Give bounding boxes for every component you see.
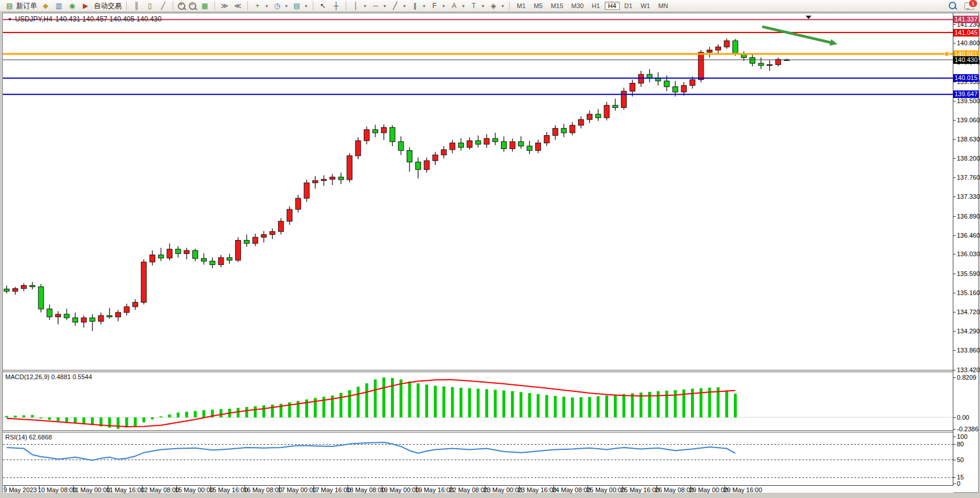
auto-scroll-button[interactable]: ≫ bbox=[218, 1, 231, 11]
rsi-panel[interactable] bbox=[3, 432, 953, 485]
chat-icon[interactable]: 1 bbox=[964, 2, 974, 10]
candle-down bbox=[47, 309, 52, 317]
fibonacci-button[interactable]: F▼ bbox=[428, 1, 448, 11]
time-tick-label: 16 May 08:00 bbox=[243, 486, 282, 493]
templates-button[interactable]: ▤▼ bbox=[290, 1, 310, 11]
price-axis[interactable]: 141.230140.800140.370139.930139.500139.0… bbox=[953, 13, 978, 492]
bar-chart-button[interactable]: ║ bbox=[130, 1, 143, 11]
candle-up bbox=[604, 106, 609, 118]
timeframe-button-m30[interactable]: M30 bbox=[568, 2, 587, 10]
macd-tick-label: 0.00 bbox=[957, 414, 969, 421]
text-label-button[interactable]: T▼ bbox=[467, 1, 487, 11]
line-chart-icon: ╱ bbox=[158, 1, 168, 10]
time-axis[interactable]: 9 May 202310 May 08:0011 May 00:0011 May… bbox=[3, 485, 953, 493]
candle-down bbox=[398, 141, 404, 150]
candle-down bbox=[750, 57, 755, 63]
macd-histogram-bar bbox=[614, 395, 617, 417]
macd-histogram-bar bbox=[665, 391, 668, 417]
main-price-chart[interactable] bbox=[3, 13, 953, 370]
text-label-icon: T bbox=[469, 1, 478, 10]
timeframe-button-w1[interactable]: W1 bbox=[637, 2, 654, 10]
macd-histogram-bar bbox=[443, 387, 445, 417]
periods-button[interactable]: ◷▼ bbox=[270, 1, 290, 11]
macd-histogram-bar bbox=[623, 394, 626, 417]
price-tick-mark bbox=[953, 24, 956, 25]
macd-histogram-bar bbox=[571, 398, 574, 417]
time-tick-label: 10 May 08:00 bbox=[38, 486, 76, 493]
zoom-out-button[interactable]: − bbox=[187, 1, 198, 11]
time-tick-label: 26 May 08:00 bbox=[655, 486, 694, 493]
candle-up bbox=[261, 235, 266, 238]
indicators-button[interactable]: +▼ bbox=[251, 1, 270, 11]
macd-histogram-bar bbox=[734, 394, 737, 417]
timeframe-button-h4[interactable]: H4 bbox=[605, 2, 620, 10]
timeframe-button-m5[interactable]: M5 bbox=[531, 2, 546, 10]
market-watch-icon: ◆ bbox=[41, 1, 50, 10]
candle-down bbox=[30, 285, 35, 286]
chevron-down-icon: ▼ bbox=[363, 4, 367, 8]
price-tick-mark bbox=[953, 350, 956, 351]
macd-histogram-bar bbox=[65, 417, 68, 422]
macd-histogram-bar bbox=[657, 391, 660, 417]
macd-histogram-bar bbox=[588, 397, 591, 417]
chevron-down-icon: ▼ bbox=[403, 4, 407, 8]
timeframe-button-d1[interactable]: D1 bbox=[621, 2, 636, 10]
candle-up bbox=[330, 177, 335, 179]
candle-down bbox=[338, 177, 343, 180]
rsi-tick-label: 100 bbox=[957, 433, 967, 440]
macd-histogram-bar bbox=[528, 393, 531, 417]
line-handle[interactable] bbox=[945, 52, 949, 56]
candle-up bbox=[381, 128, 386, 133]
macd-histogram-bar bbox=[237, 408, 240, 417]
one-click-expand-icon[interactable]: ▼ bbox=[8, 17, 12, 22]
market-watch-button[interactable]: ◆ bbox=[39, 1, 52, 11]
auto-trading-icon: ▶ bbox=[81, 1, 90, 10]
timeframe-button-m1[interactable]: M1 bbox=[513, 2, 529, 10]
macd-histogram-bar bbox=[485, 389, 488, 417]
chart-shift-button[interactable]: ≪ bbox=[231, 1, 244, 11]
crosshair-button[interactable]: ┼ bbox=[330, 1, 343, 11]
new-order-button[interactable]: ▤ 新订单 bbox=[3, 1, 39, 11]
macd-histogram-bar bbox=[134, 417, 137, 426]
timeframe-button-h1[interactable]: H1 bbox=[588, 2, 604, 10]
auto-trading-button[interactable]: ▶ bbox=[79, 1, 92, 11]
trend-arrow-annotation[interactable] bbox=[762, 27, 833, 43]
candle-down bbox=[390, 128, 395, 141]
equidistant-channel-button[interactable]: ∥▼ bbox=[408, 1, 428, 11]
rsi-tick-mark bbox=[953, 460, 956, 460]
vertical-line-button[interactable]: │▼ bbox=[349, 1, 369, 11]
candle-up bbox=[484, 139, 489, 144]
data-window-button[interactable]: ▥ bbox=[52, 1, 65, 11]
time-tick-label: 25 May 00:00 bbox=[586, 486, 625, 493]
price-tick-label: 134.290 bbox=[957, 328, 980, 335]
zoom-in-button[interactable]: + bbox=[176, 1, 187, 11]
trendline-button[interactable]: ╱▼ bbox=[389, 1, 408, 11]
candle-up bbox=[450, 143, 455, 150]
candlestick-chart-button[interactable]: ▯ bbox=[143, 1, 156, 11]
arrows-button[interactable]: ◈▼ bbox=[487, 1, 506, 11]
cursor-button[interactable]: ↖ bbox=[316, 1, 330, 11]
rsi-tick-mark bbox=[953, 437, 956, 437]
horizontal-line-button[interactable]: ─▼ bbox=[369, 1, 389, 11]
auto-trading-button[interactable]: 自动交易 bbox=[92, 1, 123, 11]
candle-up bbox=[579, 119, 584, 125]
candle-down bbox=[64, 314, 70, 318]
macd-panel[interactable] bbox=[3, 372, 953, 430]
macd-histogram-bar bbox=[451, 387, 454, 417]
macd-histogram-bar bbox=[159, 416, 162, 417]
line-chart-button[interactable]: ╱ bbox=[156, 1, 170, 11]
macd-histogram-bar bbox=[597, 396, 599, 417]
macd-histogram-bar bbox=[185, 412, 188, 417]
candle-up bbox=[184, 250, 189, 253]
macd-histogram-bar bbox=[271, 405, 274, 417]
timeframe-button-m15[interactable]: M15 bbox=[547, 2, 566, 10]
text-button[interactable]: A▼ bbox=[448, 1, 467, 11]
navigator-button[interactable]: ◉ bbox=[65, 1, 79, 11]
chart-shift-marker-icon[interactable] bbox=[806, 16, 811, 19]
price-tick-mark bbox=[953, 293, 956, 293]
search-icon[interactable] bbox=[949, 2, 956, 9]
timeframe-button-mn[interactable]: MN bbox=[654, 2, 671, 10]
tile-windows-button[interactable]: ▦ bbox=[198, 1, 211, 11]
zoom-in-icon: + bbox=[178, 2, 185, 10]
rsi-label: RSI(14) 62.6868 bbox=[5, 434, 52, 441]
